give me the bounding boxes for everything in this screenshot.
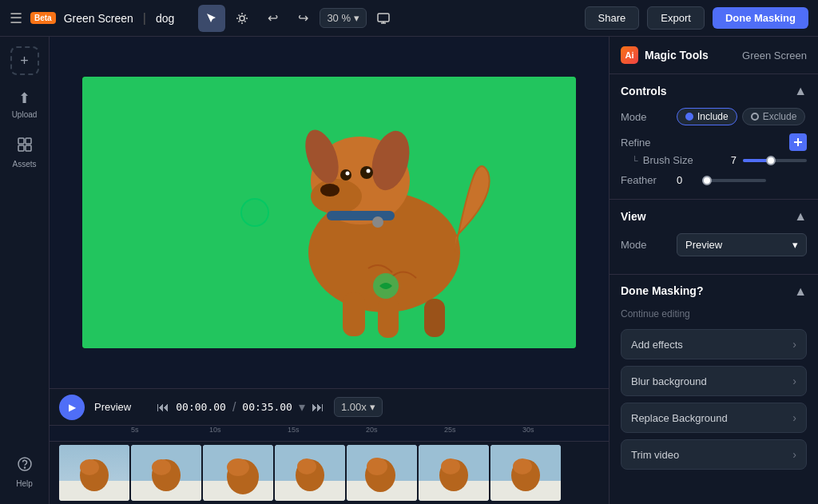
feather-slider-thumb[interactable] [702, 176, 712, 185]
selection-tool-button[interactable] [198, 5, 225, 32]
replace-background-button[interactable]: Replace Background › [621, 403, 807, 433]
done-masking-title: Done Masking? [621, 284, 703, 297]
refine-row: Refine [621, 133, 807, 151]
feather-slider[interactable] [702, 179, 766, 182]
timecode-dropdown-icon[interactable]: ▾ [299, 399, 305, 415]
trim-video-label: Trim video [631, 449, 679, 461]
total-timecode: 00:35.00 [242, 401, 292, 413]
thumb-4[interactable] [275, 445, 345, 501]
zoom-control[interactable]: 30 % ▾ [320, 8, 367, 28]
controls-collapse-icon[interactable]: ▲ [794, 84, 807, 98]
transport-controls: ⏮ 00:00.00 / 00:35.00 ▾ ⏭ [157, 399, 324, 415]
blur-background-label: Blur background [631, 375, 707, 387]
monitor-button[interactable] [370, 5, 397, 32]
thumb-5[interactable] [347, 445, 417, 501]
svg-point-14 [360, 166, 373, 179]
controls-section: Controls ▲ Mode Include Exclude [610, 74, 818, 200]
speed-control[interactable]: 1.00x ▾ [334, 397, 383, 417]
ruler-mark-30s: 30s [522, 426, 534, 434]
mode-label: Mode [621, 111, 677, 123]
timeline-track[interactable] [50, 442, 609, 504]
panel-header: Ai Magic Tools Green Screen [610, 37, 818, 74]
brush-size-slider[interactable] [743, 159, 807, 162]
topbar: ☰ Beta Green Screen | dog ↩ ↪ 30 % ▾ Sha… [0, 0, 818, 37]
thumb-1[interactable] [59, 445, 129, 501]
exclude-mode-option[interactable]: Exclude [742, 108, 806, 125]
magic-tools-title: Magic Tools [645, 49, 709, 62]
timeline-ruler: 5s 10s 15s 20s 25s 30s [50, 426, 609, 442]
view-title: View [621, 210, 646, 223]
dog-subject [256, 93, 512, 340]
mode-row: Mode Include Exclude [621, 108, 807, 125]
canvas-frame [82, 77, 576, 348]
zoom-level: 30 % [327, 12, 351, 24]
brush-size-value: 7 [717, 154, 737, 166]
sidebar-item-upload[interactable]: ⬆ Upload [3, 83, 46, 125]
svg-rect-22 [424, 299, 445, 337]
controls-section-header: Controls ▲ [621, 84, 807, 98]
svg-rect-1 [378, 14, 389, 22]
svg-point-51 [513, 458, 532, 474]
replace-background-chevron-icon: › [792, 411, 796, 424]
include-radio [685, 113, 693, 121]
title-divider: | [143, 11, 146, 26]
upload-icon: ⬆ [18, 89, 30, 107]
svg-point-31 [152, 459, 171, 475]
add-button[interactable]: + [10, 46, 39, 75]
undo-button[interactable]: ↩ [259, 5, 286, 32]
thumb-6[interactable] [419, 445, 489, 501]
ruler-mark-5s: 5s [131, 426, 139, 434]
svg-point-27 [80, 459, 99, 475]
skip-start-button[interactable]: ⏮ [157, 400, 169, 415]
timecode-divider: / [232, 400, 236, 415]
export-button[interactable]: Export [647, 6, 705, 30]
svg-point-10 [311, 179, 362, 214]
thumb-2[interactable] [131, 445, 201, 501]
svg-rect-18 [327, 211, 395, 220]
blur-background-button[interactable]: Blur background › [621, 366, 807, 396]
svg-rect-21 [378, 296, 399, 338]
brush-slider-fill [743, 159, 768, 162]
include-mode-option[interactable]: Include [677, 108, 737, 125]
mode-options: Include Exclude [677, 108, 805, 125]
svg-point-11 [320, 184, 340, 196]
zoom-chevron-icon: ▾ [354, 12, 359, 24]
add-effects-button[interactable]: Add effects › [621, 329, 807, 359]
redo-button[interactable]: ↪ [289, 5, 316, 32]
done-masking-subtitle: Continue editing [621, 308, 807, 319]
view-mode-chevron-icon: ▾ [792, 239, 798, 251]
refine-label: Refine [621, 137, 677, 149]
play-button[interactable]: ▶ [59, 395, 85, 420]
skip-end-button[interactable]: ⏭ [312, 400, 324, 415]
include-label: Include [697, 111, 729, 122]
ruler-mark-20s: 20s [366, 426, 378, 434]
done-masking-button[interactable]: Done Masking [713, 7, 808, 29]
left-sidebar: + ⬆ Upload Assets Help [0, 37, 50, 504]
brush-slider-thumb[interactable] [766, 156, 776, 165]
thumb-3[interactable] [203, 445, 273, 501]
sidebar-item-help-label: Help [16, 479, 33, 488]
video-canvas[interactable] [50, 37, 609, 388]
share-button[interactable]: Share [585, 6, 640, 30]
center-area: ▶ Preview ⏮ 00:00.00 / 00:35.00 ▾ ⏭ 1.00… [50, 37, 609, 504]
assets-icon [17, 137, 33, 157]
trim-video-button[interactable]: Trim video › [621, 439, 807, 470]
view-section: View ▲ Mode Preview ▾ [610, 200, 818, 275]
svg-point-19 [372, 216, 383, 228]
pan-tool-button[interactable] [228, 5, 256, 32]
sidebar-item-assets[interactable]: Assets [3, 130, 46, 175]
menu-icon[interactable]: ☰ [10, 10, 22, 27]
brush-cursor-indicator [240, 198, 269, 227]
done-masking-collapse-icon[interactable]: ▲ [794, 284, 807, 299]
speed-chevron-icon: ▾ [370, 401, 375, 413]
thumb-7[interactable] [490, 445, 561, 501]
view-mode-select[interactable]: Preview ▾ [677, 233, 807, 256]
sidebar-item-help[interactable]: Help [3, 450, 46, 494]
svg-rect-3 [26, 138, 31, 144]
svg-rect-5 [26, 145, 31, 151]
help-icon [17, 456, 33, 476]
svg-point-35 [227, 458, 249, 476]
done-masking-section: Done Masking? ▲ Continue editing Add eff… [610, 275, 818, 486]
view-collapse-icon[interactable]: ▲ [794, 209, 807, 224]
refine-toggle-button[interactable] [789, 133, 807, 151]
